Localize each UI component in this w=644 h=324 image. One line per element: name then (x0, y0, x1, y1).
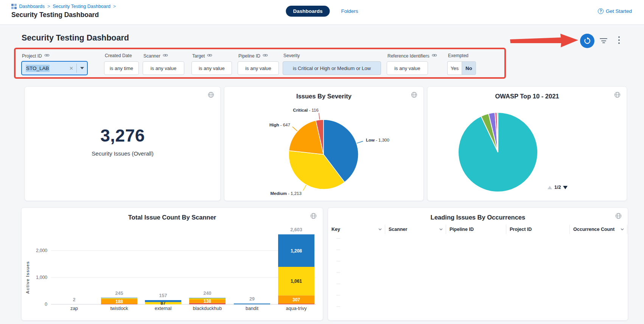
column-label: Scanner (389, 227, 407, 232)
refresh-icon (583, 37, 591, 45)
pie-label: Medium - 1,213 (270, 191, 301, 196)
overall-issues-value: 3,276 (25, 125, 220, 146)
dashboard-title: Security Testing Dashboard (22, 33, 129, 43)
bar-category-label: external (155, 306, 171, 311)
link-icon (432, 53, 437, 59)
column-label: Key (331, 227, 340, 232)
breadcrumb-separator: > (113, 4, 116, 9)
card-leading-issues-by-occurrences: Leading Issues By Occurrences KeyScanner… (328, 207, 628, 321)
bar-segment-low[interactable] (101, 298, 137, 298)
pie-pagination: 1/2 (548, 185, 568, 190)
breadcrumb-separator: > (47, 4, 50, 9)
exempted-option-yes[interactable]: Yes (447, 61, 462, 75)
bar-segment-medium[interactable] (189, 298, 226, 299)
empty-row-tick (336, 238, 340, 239)
y-tick-label: 0 (45, 302, 47, 307)
bar-category-label: blackduckhub (193, 306, 222, 311)
empty-row-tick (336, 295, 340, 296)
y-tick-label: 1,000 (36, 275, 47, 280)
filter-label: Exempted (448, 53, 468, 58)
card-total-issue-count-by-scanner: Total Issue Count By Scanner 01,0002,000… (21, 207, 323, 321)
globe-icon (208, 92, 214, 98)
filter-value-button[interactable]: is any time (104, 61, 139, 75)
bar-total-label: 2,603 (290, 227, 302, 232)
tab-folders[interactable]: Folders (341, 8, 358, 14)
filter-reference-identifiers: Reference Identifiersis any value (387, 48, 428, 77)
page-down-icon[interactable] (563, 186, 568, 189)
bar-category-label: aqua-trivy (286, 306, 307, 311)
link-icon (44, 53, 50, 59)
card-issues-by-severity: Issues By Severity Low - 1,300Medium - 1… (224, 86, 424, 201)
filter-value-button[interactable]: is any value (191, 61, 232, 75)
filter-label: Created Date (105, 53, 132, 58)
filter-label: Scanner (143, 53, 168, 59)
y-tick-label: 2,000 (36, 248, 47, 253)
filter-label: Reference Identifiers (387, 53, 437, 59)
filter-pipeline-id: Pipeline IDis any value (238, 48, 279, 77)
column-header-project-id[interactable]: Project ID (506, 225, 570, 234)
page-up-icon[interactable] (548, 186, 552, 189)
sort-chevron-icon[interactable] (621, 228, 624, 231)
segment-value-label: 307 (292, 297, 300, 302)
filter-value-button[interactable]: is any value (143, 61, 184, 75)
link-icon (163, 53, 168, 59)
column-label: Occurrence Count (573, 227, 614, 232)
bar-segment-low[interactable] (189, 298, 226, 298)
sort-chevron-icon[interactable] (378, 228, 382, 231)
help-icon: ? (598, 8, 604, 14)
bar-segment-low[interactable] (145, 300, 181, 302)
pie-label: Critical - 116 (293, 108, 319, 112)
overall-issues-label: Security Issues (Overall) (25, 150, 220, 157)
dashboard-filter-icon[interactable] (600, 38, 607, 44)
filter-project-id: Project IDSTO_LAB✕ (21, 48, 88, 77)
bar-total-label: 29 (249, 296, 255, 302)
breadcrumb: Dashboards > Security Testing Dashboard … (11, 4, 116, 9)
bar-category-label: bandit (246, 306, 259, 311)
top-header: Dashboards > Security Testing Dashboard … (0, 0, 644, 25)
bar-category-label: twistlock (110, 306, 128, 311)
sort-chevron-icon[interactable] (439, 228, 443, 231)
column-header-occurrence-count[interactable]: Occurrence Count (570, 225, 627, 234)
page-title: Security Testing Dashboard (11, 11, 99, 19)
tab-dashboards[interactable]: Dashboards (286, 6, 330, 17)
bar-total-label: 157 (159, 293, 167, 298)
filter-label: Project ID (22, 53, 50, 59)
kebab-menu-icon[interactable] (618, 36, 620, 45)
filter-scanner: Scanneris any value (143, 48, 184, 77)
breadcrumb-dashboards[interactable]: Dashboards (19, 4, 45, 9)
refresh-button[interactable] (580, 34, 594, 48)
pie-label: High - 647 (269, 123, 290, 127)
dropdown-caret[interactable] (77, 62, 87, 75)
segment-value-label: 1,208 (291, 248, 302, 254)
empty-row-tick (336, 249, 340, 250)
filter-value-button[interactable]: is Critical or High or Medium or Low (283, 61, 381, 75)
link-icon (263, 53, 268, 59)
bar-category-label: zap (70, 306, 78, 311)
filter-value-button[interactable]: is any value (387, 61, 428, 75)
column-label: Pipeline ID (450, 227, 474, 232)
page-indicator: 1/2 (554, 185, 561, 190)
clear-icon[interactable]: ✕ (66, 65, 76, 71)
view-tabs: Dashboards Folders (286, 6, 358, 17)
scanner-stacked-bar-chart: 01,0002,000Active Issues2zap188245twistl… (22, 208, 323, 320)
filter-value-button[interactable]: is any value (238, 61, 279, 75)
column-header-key[interactable]: Key (328, 225, 385, 234)
column-header-pipeline-id[interactable]: Pipeline ID (446, 225, 506, 234)
exempted-option-no[interactable]: No (462, 61, 476, 75)
card-owasp-top-10: OWASP Top 10 - 2021 1/2 (427, 86, 627, 201)
filter-severity: Severityis Critical or High or Medium or… (283, 48, 381, 77)
bar-segment-critical[interactable] (278, 304, 314, 304)
annotation-arrow (510, 33, 580, 49)
filter-label: Target (192, 53, 212, 59)
issues-by-severity-pie: Low - 1,300Medium - 1,213High - 647Criti… (224, 87, 423, 201)
bar-segment-medium[interactable] (101, 298, 137, 299)
breadcrumb-current[interactable]: Security Testing Dashboard (53, 4, 110, 9)
column-header-scanner[interactable]: Scanner (385, 225, 446, 234)
filter-created-date: Created Dateis any time (104, 48, 139, 77)
bar-total-label: 2 (73, 297, 76, 302)
pie-label: Low - 1,300 (366, 138, 389, 142)
get-started-link[interactable]: ? Get Started (598, 8, 632, 14)
bar-segment-low[interactable] (234, 304, 270, 304)
table-header-row: KeyScannerPipeline IDProject IDOccurrenc… (328, 225, 627, 234)
project-id-input[interactable]: STO_LAB✕ (21, 61, 88, 75)
